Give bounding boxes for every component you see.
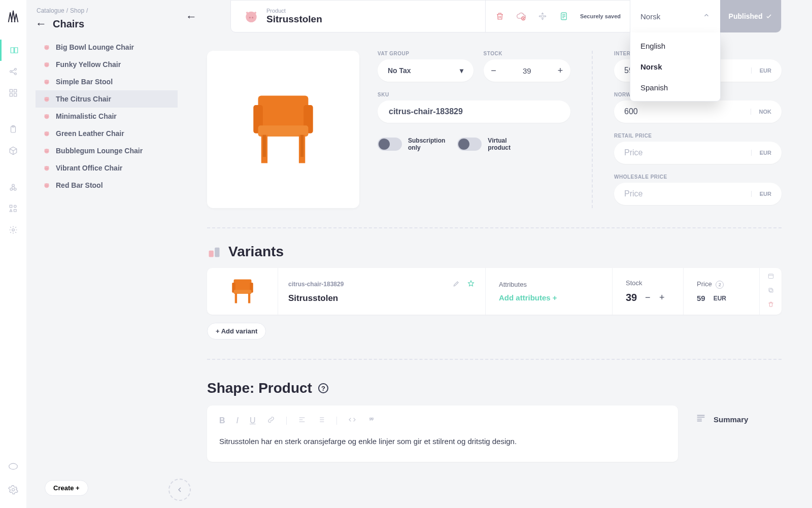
- variant-stock-decrement[interactable]: −: [644, 292, 651, 303]
- variant-stock-value[interactable]: 39: [626, 292, 637, 303]
- breadcrumb[interactable]: Catalogue / Shop /: [36, 7, 178, 14]
- sidebar-item[interactable]: Simple Bar Stool: [36, 73, 178, 90]
- sidebar-item[interactable]: Big Bowl Lounge Chair: [36, 39, 178, 56]
- variant-stock-increment[interactable]: +: [658, 292, 665, 303]
- language-option-english[interactable]: English: [630, 36, 720, 56]
- check-icon: [765, 13, 772, 20]
- sidebar-item[interactable]: Green Leather Chair: [36, 125, 178, 142]
- stock-increment[interactable]: +: [550, 65, 570, 76]
- favorite-variant-button[interactable]: [467, 280, 475, 289]
- variant-thumbnail[interactable]: [207, 268, 278, 315]
- shape-title: Shape: Product: [207, 380, 312, 396]
- rail-grid[interactable]: [0, 82, 26, 104]
- main-back-button[interactable]: ←: [186, 10, 197, 23]
- sidebar-item[interactable]: Funky Yellow Chair: [36, 56, 178, 73]
- link-button[interactable]: [267, 416, 275, 426]
- publish-button[interactable]: Published: [720, 0, 781, 32]
- svg-rect-12: [10, 205, 12, 208]
- sidebar-item[interactable]: Minimalistic Chair: [36, 108, 178, 125]
- editor-content[interactable]: Sitrusstolen har en sterk oransjefarge o…: [219, 436, 666, 448]
- product-icon: [43, 129, 51, 138]
- retail-price-input[interactable]: Price EUR: [614, 142, 782, 164]
- svg-point-13: [14, 205, 17, 208]
- help-icon[interactable]: ?: [318, 383, 328, 393]
- svg-point-18: [46, 48, 46, 48]
- sidebar-item[interactable]: Red Bar Stool: [36, 177, 178, 194]
- bold-button[interactable]: B: [219, 416, 225, 425]
- rail-cube[interactable]: [0, 140, 26, 161]
- stock-label: STOCK: [484, 51, 570, 56]
- rail-components[interactable]: [0, 198, 26, 219]
- dropdown-caret-icon: ▾: [460, 66, 463, 75]
- svg-rect-5: [10, 94, 12, 96]
- add-attributes-button[interactable]: Add attributes +: [499, 293, 599, 302]
- product-type-icon: [243, 8, 259, 24]
- variant-attributes-label: Attributes: [499, 281, 599, 288]
- header-type-label: Product: [266, 8, 322, 14]
- svg-point-22: [47, 65, 48, 65]
- shape-settings-button[interactable]: [537, 11, 548, 21]
- virtual-toggle-label: Virtual product: [488, 137, 511, 152]
- rail-settings[interactable]: [0, 219, 26, 241]
- svg-point-16: [12, 489, 15, 491]
- product-icon: [43, 78, 51, 86]
- svg-point-37: [47, 151, 48, 152]
- divider: [592, 51, 593, 208]
- sidebar-item[interactable]: The Citrus Chair: [36, 90, 178, 108]
- delete-button[interactable]: [495, 11, 505, 21]
- variant-price-value[interactable]: 59: [697, 294, 705, 302]
- rail-share[interactable]: [0, 61, 26, 82]
- breadcrumb-shop[interactable]: Shop: [70, 7, 84, 14]
- variant-delete-button[interactable]: [767, 301, 774, 310]
- stock-decrement[interactable]: −: [484, 65, 504, 76]
- align-left-button[interactable]: [298, 416, 306, 426]
- language-option-norsk[interactable]: Norsk: [630, 56, 720, 77]
- add-variant-button[interactable]: + Add variant: [207, 323, 266, 340]
- vat-select[interactable]: No Tax ▾: [378, 59, 473, 82]
- svg-rect-56: [263, 135, 266, 157]
- rich-text-editor[interactable]: B I U Sitrusstolen har en sterk oransjef…: [207, 405, 678, 462]
- rail-clipboard[interactable]: [0, 119, 26, 140]
- sidebar-item-label: Green Leather Chair: [56, 129, 124, 138]
- variant-calendar-button[interactable]: [767, 273, 774, 282]
- norway-price-input[interactable]: 600 NOK: [614, 100, 782, 123]
- rail-language-icon[interactable]: [0, 457, 26, 476]
- code-button[interactable]: [348, 416, 356, 426]
- language-option-spanish[interactable]: Spanish: [630, 77, 720, 98]
- variants-title: Variants: [228, 244, 284, 260]
- breadcrumb-catalogue[interactable]: Catalogue: [37, 7, 64, 14]
- svg-rect-65: [248, 293, 250, 303]
- sidebar-item[interactable]: Vibrant Office Chair: [36, 159, 178, 177]
- page-title: Sitrusstolen: [266, 14, 322, 25]
- virtual-toggle[interactable]: [457, 138, 482, 151]
- variant-duplicate-button[interactable]: [767, 287, 774, 296]
- rail-gear-icon[interactable]: [0, 481, 26, 499]
- subscription-toggle-label: Subscription only: [408, 137, 445, 152]
- sidebar-item-label: Minimalistic Chair: [56, 112, 117, 120]
- product-icon: [43, 181, 51, 189]
- sku-input[interactable]: citrus-chair-183829: [378, 100, 570, 123]
- stock-stepper: − 39 +: [484, 59, 570, 82]
- wholesale-price-input[interactable]: Price EUR: [614, 183, 782, 205]
- svg-rect-3: [10, 89, 12, 92]
- variant-price-label: Price 2: [697, 280, 746, 289]
- product-image-preview[interactable]: [207, 51, 359, 208]
- language-selected: Norsk: [640, 12, 660, 21]
- subscription-toggle[interactable]: [378, 138, 402, 151]
- variant-name: Sitrusstolen: [288, 293, 475, 303]
- svg-rect-68: [768, 288, 771, 291]
- language-dropdown[interactable]: Norsk English Norsk Spanish: [630, 0, 720, 32]
- rail-catalogue[interactable]: [0, 40, 26, 61]
- stock-value[interactable]: 39: [504, 66, 550, 75]
- edit-variant-button[interactable]: [453, 280, 460, 289]
- list-button[interactable]: [317, 416, 325, 426]
- italic-button[interactable]: I: [236, 416, 239, 425]
- unpublish-button[interactable]: [516, 11, 526, 21]
- rail-webhook[interactable]: [0, 177, 26, 198]
- svg-point-11: [12, 184, 15, 187]
- sidebar-back-button[interactable]: ←: [36, 17, 47, 30]
- create-button[interactable]: Create +: [45, 480, 88, 496]
- quote-button[interactable]: [367, 416, 376, 426]
- underline-button[interactable]: U: [250, 416, 256, 425]
- sidebar-item[interactable]: Bubblegum Lounge Chair: [36, 142, 178, 159]
